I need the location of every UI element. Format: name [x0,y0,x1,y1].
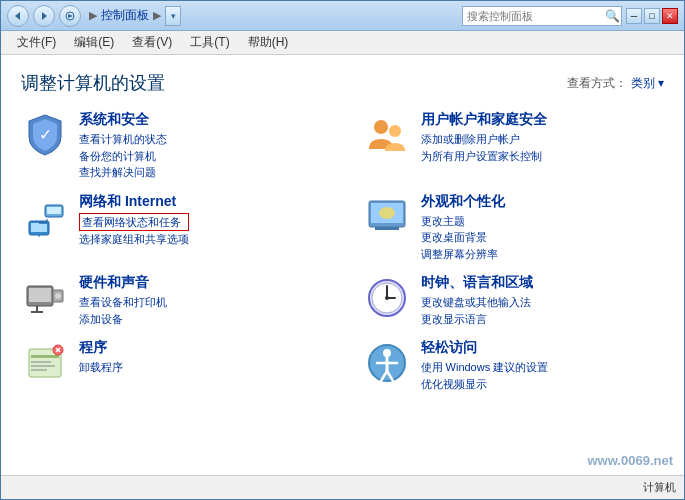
svg-rect-17 [375,227,399,230]
search-icon[interactable]: 🔍 [603,7,621,25]
view-mode: 查看方式： 类别 ▾ [567,75,664,92]
clock-language-name[interactable]: 时钟、语言和区域 [421,274,533,292]
breadcrumb-trailing-sep: ▶ [153,9,161,22]
window-controls: ─ □ ✕ [626,8,678,24]
svg-marker-0 [15,12,20,20]
user-accounts-link-1[interactable]: 为所有用户设置家长控制 [421,148,547,165]
accessibility-link-0[interactable]: 使用 Windows 建议的设置 [421,359,549,376]
computer-label: 计算机 [643,480,676,495]
network-internet-name[interactable]: 网络和 Internet [79,193,189,211]
accessibility-link-1[interactable]: 优化视频显示 [421,376,549,393]
hardware-sound-link-1[interactable]: 添加设备 [79,311,167,328]
address-bar: ▶ 控制面板 ▶ ▾ [89,6,181,26]
system-security-link-0[interactable]: 查看计算机的状态 [79,131,167,148]
user-accounts-link-0[interactable]: 添加或删除用户帐户 [421,131,547,148]
system-security-link-2[interactable]: 查找并解决问题 [79,164,167,181]
svg-rect-32 [31,365,55,367]
svg-rect-19 [29,288,51,302]
svg-rect-30 [31,355,59,358]
accessibility-icon [363,339,411,387]
clock-language-link-0[interactable]: 更改键盘或其他输入法 [421,294,533,311]
system-security-icon: ✓ [21,111,69,159]
svg-point-21 [55,293,61,299]
svg-rect-33 [31,369,47,371]
address-dropdown[interactable]: ▾ [165,6,181,26]
recent-pages-button[interactable] [59,5,81,27]
category-system-security[interactable]: ✓ 系统和安全 查看计算机的状态 备份您的计算机 查找并解决问题 [21,111,323,181]
programs-text: 程序 卸载程序 [79,339,123,376]
control-panel-window: ▶ 控制面板 ▶ ▾ 🔍 ─ □ ✕ 文件(F) 编辑(E) 查看(V) 工具(… [0,0,685,500]
svg-point-28 [385,296,389,300]
hardware-sound-icon [21,274,69,322]
title-bar-right: 🔍 ─ □ ✕ [462,6,678,26]
network-internet-text: 网络和 Internet 查看网络状态和任务 选择家庭组和共享选项 [79,193,189,248]
accessibility-name[interactable]: 轻松访问 [421,339,549,357]
clock-language-link-1[interactable]: 更改显示语言 [421,311,533,328]
network-internet-icon [21,193,69,241]
system-security-text: 系统和安全 查看计算机的状态 备份您的计算机 查找并解决问题 [79,111,167,181]
accessibility-text: 轻松访问 使用 Windows 建议的设置 优化视频显示 [421,339,549,392]
back-button[interactable] [7,5,29,27]
svg-point-6 [389,125,401,137]
category-user-accounts[interactable]: 用户帐户和家庭安全 添加或删除用户帐户 为所有用户设置家长控制 [363,111,665,181]
svg-point-5 [374,120,388,134]
maximize-button[interactable]: □ [644,8,660,24]
menu-help[interactable]: 帮助(H) [240,32,297,53]
title-bar-left: ▶ 控制面板 ▶ ▾ [7,5,181,27]
svg-rect-31 [31,361,51,363]
appearance-text: 外观和个性化 更改主题 更改桌面背景 调整屏幕分辨率 [421,193,505,263]
menu-tools[interactable]: 工具(T) [182,32,237,53]
close-button[interactable]: ✕ [662,8,678,24]
forward-button[interactable] [33,5,55,27]
status-bar: 计算机 [1,475,684,499]
breadcrumb-controlpanel[interactable]: 控制面板 [101,7,149,24]
title-bar: ▶ 控制面板 ▶ ▾ 🔍 ─ □ ✕ [1,1,684,31]
svg-rect-11 [47,207,61,214]
network-internet-link-0[interactable]: 查看网络状态和任务 [79,213,189,232]
user-accounts-name[interactable]: 用户帐户和家庭安全 [421,111,547,129]
main-content: 调整计算机的设置 查看方式： 类别 ▾ ✓ 系统和安全 查看计算机的状态 [1,55,684,475]
svg-rect-8 [31,223,47,232]
category-programs[interactable]: 程序 卸载程序 [21,339,323,392]
category-appearance[interactable]: 外观和个性化 更改主题 更改桌面背景 调整屏幕分辨率 [363,193,665,263]
watermark: www.0069.net [588,453,674,468]
user-accounts-text: 用户帐户和家庭安全 添加或删除用户帐户 为所有用户设置家长控制 [421,111,547,164]
view-mode-value[interactable]: 类别 ▾ [631,75,664,92]
svg-point-16 [379,207,395,219]
search-input[interactable] [463,10,603,22]
network-internet-link-1[interactable]: 选择家庭组和共享选项 [79,231,189,248]
svg-marker-3 [68,14,73,18]
appearance-link-1[interactable]: 更改桌面背景 [421,229,505,246]
category-clock-language[interactable]: 时钟、语言和区域 更改键盘或其他输入法 更改显示语言 [363,274,665,327]
menu-file[interactable]: 文件(F) [9,32,64,53]
menu-view[interactable]: 查看(V) [124,32,180,53]
programs-link-0[interactable]: 卸载程序 [79,359,123,376]
user-accounts-icon [363,111,411,159]
category-network-internet[interactable]: 网络和 Internet 查看网络状态和任务 选择家庭组和共享选项 [21,193,323,263]
appearance-link-0[interactable]: 更改主题 [421,213,505,230]
appearance-name[interactable]: 外观和个性化 [421,193,505,211]
breadcrumb-sep: ▶ [89,9,97,22]
clock-language-icon [363,274,411,322]
svg-marker-1 [42,12,47,20]
svg-text:✓: ✓ [39,126,52,143]
system-security-link-1[interactable]: 备份您的计算机 [79,148,167,165]
hardware-sound-name[interactable]: 硬件和声音 [79,274,167,292]
category-grid: ✓ 系统和安全 查看计算机的状态 备份您的计算机 查找并解决问题 [21,111,664,392]
view-mode-label: 查看方式： [567,75,627,92]
system-security-name[interactable]: 系统和安全 [79,111,167,129]
page-title: 调整计算机的设置 [21,71,165,95]
programs-name[interactable]: 程序 [79,339,123,357]
hardware-sound-link-0[interactable]: 查看设备和打印机 [79,294,167,311]
minimize-button[interactable]: ─ [626,8,642,24]
menu-bar: 文件(F) 编辑(E) 查看(V) 工具(T) 帮助(H) [1,31,684,55]
category-accessibility[interactable]: 轻松访问 使用 Windows 建议的设置 优化视频显示 [363,339,665,392]
appearance-icon [363,193,411,241]
menu-edit[interactable]: 编辑(E) [66,32,122,53]
clock-language-text: 时钟、语言和区域 更改键盘或其他输入法 更改显示语言 [421,274,533,327]
page-header: 调整计算机的设置 查看方式： 类别 ▾ [21,71,664,95]
search-box: 🔍 [462,6,622,26]
category-hardware-sound[interactable]: 硬件和声音 查看设备和打印机 添加设备 [21,274,323,327]
hardware-sound-text: 硬件和声音 查看设备和打印机 添加设备 [79,274,167,327]
appearance-link-2[interactable]: 调整屏幕分辨率 [421,246,505,263]
